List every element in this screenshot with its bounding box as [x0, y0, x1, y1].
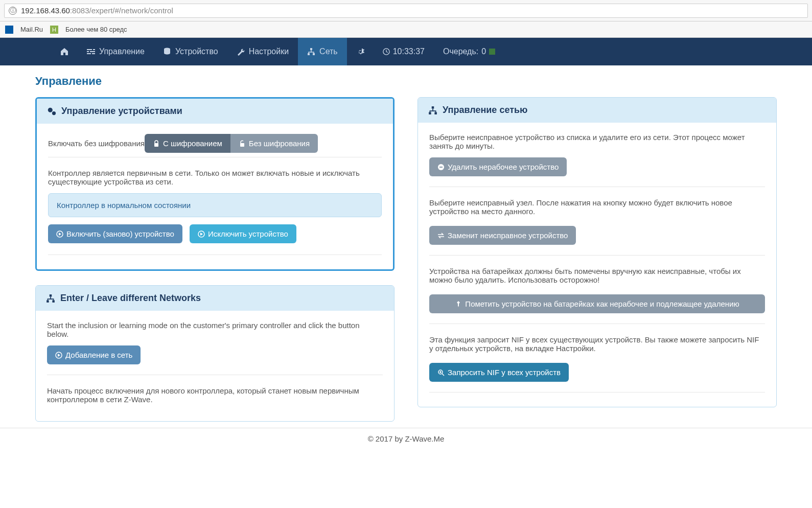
bookmark-icon-h: H: [50, 26, 58, 34]
url-host: 192.168.43.60: [21, 6, 70, 15]
replace-failed-label: Заменит неисправное устройство: [448, 231, 568, 240]
svg-rect-11: [50, 294, 52, 297]
replace-failed-text: Выберите неисправный узел. После нажатия…: [429, 191, 765, 223]
without-encryption-button[interactable]: Без шифрования: [230, 134, 318, 153]
url-input[interactable]: ⓘ 192.168.43.60:8083/expert/#/network/co…: [4, 4, 808, 18]
database-icon: [163, 48, 171, 56]
battery-text: Устройства на батарейках должны быть пом…: [429, 260, 765, 291]
remove-failed-text: Выберите неисправное устройство из списк…: [429, 133, 765, 150]
home-icon: [60, 48, 68, 56]
nav-management-label: Управление: [99, 47, 145, 56]
nav-home[interactable]: [51, 38, 78, 65]
add-to-network-button[interactable]: Добавление в сеть: [47, 345, 141, 364]
exclude-device-button[interactable]: Исключить устройство: [190, 224, 296, 243]
replace-failed-button[interactable]: Заменит неисправное устройство: [429, 226, 576, 245]
bookmark-icon-mailru: [5, 26, 13, 34]
queue-label: Очередь:: [443, 47, 478, 56]
time-value: 10:33:37: [393, 47, 425, 56]
svg-rect-7: [154, 143, 158, 147]
url-path: /expert/#/network/control: [89, 6, 173, 15]
bookmark-other[interactable]: Более чем 80 средс: [65, 26, 127, 33]
footer: © 2017 by Z-Wave.Me: [0, 428, 812, 449]
include-no-enc-label: Включать без шифрования: [48, 139, 145, 148]
queue-indicator-icon: [489, 49, 495, 55]
svg-rect-13: [52, 300, 55, 303]
lock-icon: [153, 140, 160, 147]
search-plus-icon: [437, 369, 445, 376]
cogs-icon: [47, 107, 56, 116]
without-enc-label: Без шифрования: [249, 139, 310, 148]
exclude-btn-label: Исключить устройство: [208, 229, 288, 238]
request-nif-button[interactable]: Запросить NIF у всех устройств: [429, 363, 569, 382]
add-network-label: Добавление в сеть: [65, 351, 132, 359]
nav-network-label: Сеть: [319, 47, 338, 56]
svg-rect-2: [308, 53, 310, 55]
browser-address-bar: ⓘ 192.168.43.60:8083/expert/#/network/co…: [0, 0, 812, 21]
encryption-toggle: С шифрованием Без шифрования: [145, 134, 318, 153]
nav-time: 10:33:37: [374, 38, 434, 65]
svg-rect-17: [434, 112, 437, 114]
minus-circle-icon: [437, 164, 445, 171]
bookmarks-bar: Mail.Ru H Более чем 80 средс: [0, 21, 812, 38]
primary-controller-text: Контроллер является первичным в сети. То…: [48, 161, 382, 193]
svg-rect-16: [429, 112, 431, 114]
sitemap-icon: [428, 106, 437, 115]
enter-leave-panel: Enter / Leave different Networks Start t…: [35, 285, 395, 422]
page-title: Управление: [35, 75, 777, 88]
nav-queue[interactable]: Очередь: 0: [434, 38, 504, 65]
nav-network[interactable]: Сеть: [298, 38, 347, 65]
mark-battery-failed-button[interactable]: Пометить устройство на батарейках как не…: [429, 294, 765, 313]
sitemap-icon: [46, 294, 55, 303]
with-enc-label: С шифрованием: [163, 139, 222, 148]
with-encryption-button[interactable]: С шифрованием: [145, 134, 230, 153]
main-nav: Управление Устройство Настройки Сеть 10:…: [0, 38, 812, 65]
controller-state-alert: Контроллер в нормальном состоянии: [48, 193, 382, 217]
svg-point-6: [52, 111, 56, 115]
enter-leave-text1: Start the inclusion or learning mode on …: [47, 321, 383, 338]
exchange-icon: [437, 232, 445, 239]
network-management-panel: Управление сетью Выберите неисправное ус…: [417, 97, 777, 407]
nav-settings-label: Настройки: [249, 47, 289, 56]
svg-rect-15: [432, 106, 434, 109]
sliders-icon: [87, 48, 95, 56]
gear-icon: [356, 48, 364, 56]
play-circle-icon: [56, 230, 63, 238]
nav-device[interactable]: Устройство: [154, 38, 227, 65]
unlock-icon: [239, 140, 246, 147]
bookmark-mailru[interactable]: Mail.Ru: [20, 26, 43, 33]
include-device-button[interactable]: Включить (заново) устройство: [48, 224, 182, 243]
svg-rect-19: [439, 167, 443, 168]
device-management-title: Управление устройствами: [61, 106, 182, 117]
battery-btn-label: Пометить устройство на батарейках как не…: [465, 299, 739, 308]
enter-leave-text2: Начать процесс включения для нового конт…: [47, 379, 383, 411]
remove-failed-label: Удалить нерабочее устройство: [448, 163, 559, 171]
queue-count: 0: [481, 47, 486, 56]
play-circle-icon: [198, 230, 205, 238]
nav-settings[interactable]: Настройки: [227, 38, 298, 65]
svg-rect-8: [240, 143, 244, 147]
sitemap-icon: [307, 48, 315, 56]
svg-point-5: [48, 107, 53, 112]
include-btn-label: Включить (заново) устройство: [66, 229, 174, 238]
remove-failed-button[interactable]: Удалить нерабочее устройство: [429, 157, 567, 176]
nif-text: Эта функция запросит NIF у всех существу…: [429, 328, 765, 360]
info-icon: ⓘ: [9, 7, 17, 15]
pin-icon: [455, 301, 462, 308]
svg-rect-12: [47, 300, 49, 303]
svg-rect-1: [310, 48, 312, 50]
nif-btn-label: Запросить NIF у всех устройств: [448, 368, 561, 377]
svg-rect-3: [313, 53, 315, 55]
network-management-title: Управление сетью: [443, 105, 527, 116]
play-circle-icon: [55, 352, 62, 359]
nav-management[interactable]: Управление: [78, 38, 154, 65]
clock-icon: [383, 48, 390, 55]
wrench-icon: [237, 48, 245, 56]
device-management-panel: Управление устройствами Включать без шиф…: [35, 97, 395, 271]
enter-leave-title: Enter / Leave different Networks: [60, 293, 201, 304]
url-port: :8083: [70, 6, 89, 15]
nav-cog[interactable]: [347, 38, 374, 65]
nav-device-label: Устройство: [175, 47, 218, 56]
